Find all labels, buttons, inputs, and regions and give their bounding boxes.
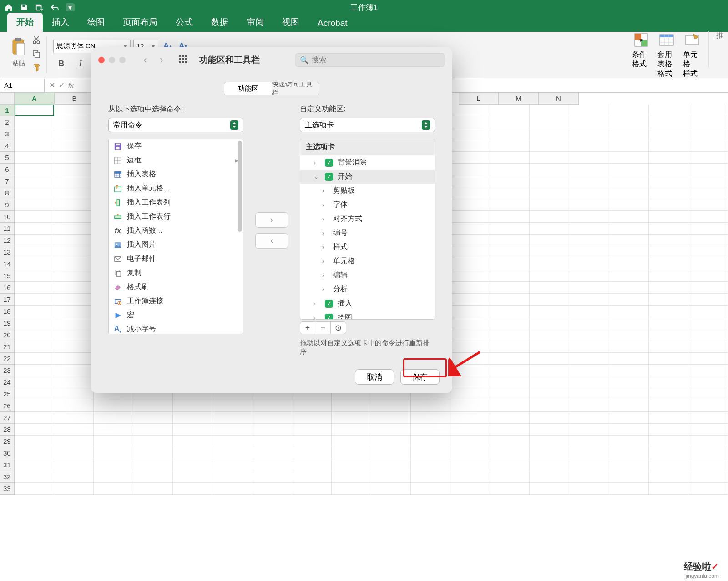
cell[interactable] [688,294,728,306]
cell[interactable] [649,270,688,282]
cell[interactable] [15,376,54,388]
cell[interactable] [649,459,688,471]
customize-ribbon-combo[interactable]: 主选项卡 [300,118,435,132]
segment-control[interactable]: 功能区 快速访问工具栏 [224,82,319,95]
cell[interactable] [54,223,94,235]
cell[interactable] [54,270,94,282]
cell[interactable] [450,128,490,140]
cell[interactable] [450,187,490,199]
cell[interactable] [569,353,609,365]
cell[interactable] [252,400,292,412]
cell[interactable] [688,376,728,388]
cell[interactable] [569,258,609,270]
cell[interactable] [569,152,609,164]
cell[interactable] [15,353,54,365]
cell[interactable] [292,400,332,412]
qat-more-icon[interactable]: ▾ [66,3,75,11]
cell[interactable] [609,341,649,353]
cell[interactable] [609,353,649,365]
row-header[interactable]: 2 [0,116,15,128]
command-item[interactable]: fx插入函数... [109,224,243,238]
tab-formula[interactable]: 公式 [167,13,202,32]
cell[interactable] [688,175,728,187]
cell[interactable] [569,424,609,436]
cell[interactable] [530,246,569,258]
tree-item[interactable]: ›单元格 [300,254,435,268]
more-options-button[interactable]: ⊙ [331,321,346,334]
cell[interactable] [609,483,649,495]
cell[interactable] [15,187,54,199]
cell[interactable] [609,424,649,436]
cell[interactable] [173,424,212,436]
seg-ribbon[interactable]: 功能区 [224,82,272,95]
cell[interactable] [15,105,54,116]
cell[interactable] [490,187,530,199]
cell[interactable] [54,116,94,128]
cell[interactable] [490,459,530,471]
cell[interactable] [569,175,609,187]
cell[interactable] [212,436,252,447]
cell[interactable] [649,306,688,317]
cell[interactable] [688,400,728,412]
cell[interactable] [609,246,649,258]
cell[interactable] [688,152,728,164]
cell[interactable] [609,459,649,471]
cell[interactable] [490,353,530,365]
cell[interactable] [450,199,490,211]
cut-icon[interactable] [32,35,41,46]
cell[interactable] [133,424,173,436]
cell[interactable] [15,412,54,424]
chevron-icon[interactable]: › [322,286,329,293]
cell[interactable] [15,128,54,140]
undo-icon[interactable] [50,2,60,12]
cell[interactable] [212,459,252,471]
cell[interactable] [569,483,609,495]
tab-insert[interactable]: 插入 [43,13,78,32]
tree-item[interactable]: ›编辑 [300,268,435,282]
chevron-icon[interactable]: › [322,202,329,208]
cell[interactable] [649,471,688,483]
cell[interactable] [54,152,94,164]
cell[interactable] [530,353,569,365]
cell[interactable] [688,282,728,294]
close-icon[interactable] [98,57,105,63]
cell[interactable] [569,317,609,329]
cell[interactable] [212,400,252,412]
cell[interactable] [609,306,649,317]
commands-list[interactable]: 保存边框▸插入表格插入单元格...插入工作表列插入工作表行fx插入函数...插入… [108,139,243,334]
cell[interactable] [15,471,54,483]
cell[interactable] [252,459,292,471]
checkbox[interactable]: ✓ [325,173,333,181]
cell[interactable] [15,459,54,471]
minimize-icon[interactable] [109,57,115,63]
row-header[interactable]: 11 [0,223,15,235]
tree-item[interactable]: ⌄✓开始 [300,170,435,184]
cell[interactable] [688,424,728,436]
cell[interactable] [530,235,569,246]
cell[interactable] [649,199,688,211]
cell[interactable] [490,258,530,270]
cell[interactable] [609,140,649,152]
cell[interactable] [530,376,569,388]
row-header[interactable]: 9 [0,199,15,211]
tab-view[interactable]: 视图 [273,13,308,32]
row-header[interactable]: 10 [0,211,15,223]
cell[interactable] [649,128,688,140]
cell[interactable] [569,128,609,140]
command-item[interactable]: 宏 [109,308,243,322]
cell[interactable] [54,447,94,459]
row-header[interactable]: 18 [0,306,15,317]
col-header-N[interactable]: N [539,93,579,105]
paste-button[interactable] [7,34,30,60]
add-button[interactable]: › [255,212,288,228]
chevron-icon[interactable]: › [322,272,329,279]
chevron-icon[interactable]: › [322,216,329,222]
cell[interactable] [688,306,728,317]
cell[interactable] [530,187,569,199]
cell[interactable] [133,483,173,495]
cell[interactable] [371,424,411,436]
cell[interactable] [15,388,54,400]
cell[interactable] [649,388,688,400]
row-header[interactable]: 28 [0,424,15,436]
cell[interactable] [450,471,490,483]
